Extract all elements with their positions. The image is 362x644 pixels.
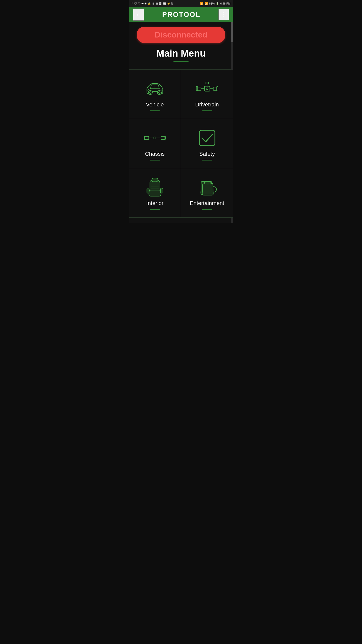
menu-item-chassis[interactable]: Chassis [129,119,181,168]
svg-rect-14 [196,86,197,91]
notification-icons: ⠿ 🛡 🛡 ✉ ☀ 🔒 🖥 🖥 🖼 📰 ⚡ N [131,2,173,5]
drivetrain-divider [202,110,212,111]
app-bar: ← PROTOOL ⋮ [129,7,233,22]
car-icon [144,80,166,97]
battery-icon: 🔋 [216,2,219,5]
svg-point-21 [154,137,156,139]
menu-item-drivetrain[interactable]: Drivetrain [181,70,233,119]
menu-item-vehicle[interactable]: Vehicle [129,70,181,119]
time-display: 6:48 PM [220,2,231,5]
entertainment-divider [202,209,212,210]
safety-label: Safety [199,151,215,157]
overflow-menu-button[interactable]: ⋮ [218,9,229,20]
scrollbar-thumb [231,22,233,42]
svg-rect-27 [152,178,158,182]
svg-marker-25 [165,137,166,139]
svg-rect-15 [216,86,218,91]
back-button[interactable]: ← [133,9,144,21]
entertainment-icon [196,178,218,196]
menu-item-entertainment[interactable]: Entertainment [181,168,233,218]
interior-label: Interior [146,200,163,207]
svg-point-32 [204,182,212,184]
safety-icon [196,129,218,147]
wifi-icon: 📶 [200,2,204,5]
menu-item-safety[interactable]: Safety [181,119,233,168]
svg-point-2 [149,92,151,93]
chassis-label: Chassis [145,151,165,157]
menu-grid: Vehicle [129,69,233,218]
chassis-divider [150,160,160,160]
signal-icon: 📶 [205,2,208,5]
status-right: 📶 📶 81% 🔋 6:48 PM [200,2,231,5]
interior-icon [144,178,166,196]
menu-item-interior[interactable]: Interior [129,168,181,218]
status-bar: ⠿ 🛡 🛡 ✉ ☀ 🔒 🖥 🖥 🖼 📰 ⚡ N 📶 📶 81% 🔋 6:48 P… [129,0,233,7]
svg-point-4 [158,92,160,93]
title-divider [173,61,189,62]
svg-rect-29 [160,188,163,193]
main-content: Disconnected Main Menu [129,22,233,223]
chassis-icon [144,129,166,147]
svg-point-13 [206,88,208,89]
svg-rect-28 [147,188,149,193]
entertainment-label: Entertainment [190,200,224,207]
status-left: ⠿ 🛡 🛡 ✉ ☀ 🔒 🖥 🖥 🖼 📰 ⚡ N [131,2,173,5]
vehicle-label: Vehicle [146,101,164,108]
interior-divider [150,209,160,210]
vehicle-divider [150,110,160,111]
app-title: PROTOOL [162,11,200,19]
svg-marker-23 [144,137,145,139]
drivetrain-label: Drivetrain [195,101,219,108]
battery-text: 81% [209,2,215,5]
main-menu-title: Main Menu [156,48,206,59]
drivetrain-icon [196,80,218,97]
safety-divider [202,160,212,160]
connection-status-badge[interactable]: Disconnected [137,27,225,43]
